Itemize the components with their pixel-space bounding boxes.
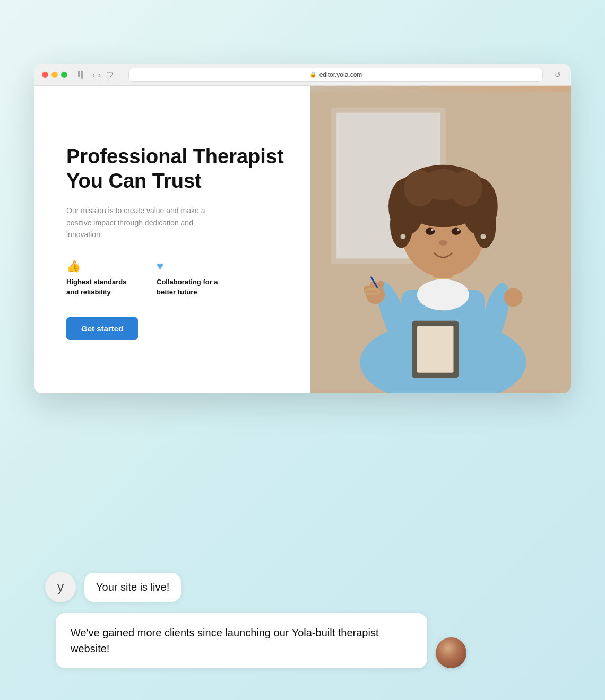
- minimize-button[interactable]: [51, 72, 58, 78]
- therapist-image: [310, 86, 571, 393]
- feature-item-1: 👍 Highest standards and reliability: [66, 259, 135, 296]
- chat-section: y Your site is live! We've gained more c…: [34, 572, 571, 668]
- maximize-button[interactable]: [61, 72, 67, 78]
- browser-window: ‹ › 🛡 🔒 editor.yola.com ↺ Professional T…: [34, 64, 571, 393]
- user-avatar: [436, 637, 466, 668]
- url-text: editor.yola.com: [319, 71, 362, 78]
- user-message-bubble: We've gained more clients since launchin…: [56, 613, 427, 668]
- browser-nav: ‹ ›: [92, 70, 101, 79]
- thumbsup-icon: 👍: [66, 259, 135, 273]
- feature-item-2: ♥ Collaborating for a better future: [157, 259, 226, 296]
- notification-bubble: Your site is live!: [84, 573, 181, 602]
- back-button[interactable]: ‹: [92, 70, 95, 79]
- browser-titlebar: ‹ › 🛡 🔒 editor.yola.com ↺: [34, 64, 571, 86]
- svg-point-18: [473, 201, 496, 248]
- yola-letter: y: [57, 580, 64, 594]
- svg-point-32: [504, 288, 523, 307]
- traffic-lights: [42, 72, 67, 78]
- svg-point-20: [452, 228, 461, 235]
- svg-point-21: [431, 229, 434, 231]
- browser-content: Professional Therapist You Can Trust Our…: [34, 86, 571, 393]
- content-right: [310, 86, 571, 393]
- features-row: 👍 Highest standards and reliability ♥ Co…: [66, 259, 284, 296]
- svg-point-24: [401, 234, 406, 239]
- svg-point-19: [426, 228, 435, 235]
- svg-rect-7: [417, 326, 454, 373]
- svg-point-5: [417, 279, 469, 310]
- content-left: Professional Therapist You Can Trust Our…: [34, 86, 310, 393]
- heart-icon: ♥: [157, 259, 226, 273]
- feature1-label: Highest standards and reliability: [66, 277, 135, 296]
- svg-point-25: [480, 234, 486, 239]
- svg-point-17: [390, 201, 413, 248]
- svg-point-22: [457, 229, 460, 231]
- address-bar[interactable]: 🔒 editor.yola.com: [128, 68, 543, 82]
- get-started-button[interactable]: Get started: [66, 317, 138, 340]
- close-button[interactable]: [42, 72, 48, 78]
- sidebar-toggle-icon[interactable]: [78, 71, 83, 79]
- svg-point-16: [422, 169, 464, 200]
- reload-button[interactable]: ↺: [555, 71, 561, 79]
- chat-row-user: We've gained more clients since launchin…: [56, 613, 560, 668]
- shield-icon: 🛡: [106, 71, 114, 79]
- svg-point-30: [377, 281, 384, 288]
- feature2-label: Collaborating for a better future: [157, 277, 226, 296]
- svg-point-23: [439, 240, 447, 246]
- user-avatar-image: [436, 637, 466, 668]
- hero-title: Professional Therapist You Can Trust: [66, 145, 284, 193]
- chat-row-notification: y Your site is live!: [45, 572, 560, 602]
- forward-button[interactable]: ›: [98, 70, 101, 79]
- yola-avatar: y: [45, 572, 76, 602]
- hero-subtitle: Our mission is to create value and make …: [66, 205, 215, 240]
- lock-icon: 🔒: [309, 71, 317, 78]
